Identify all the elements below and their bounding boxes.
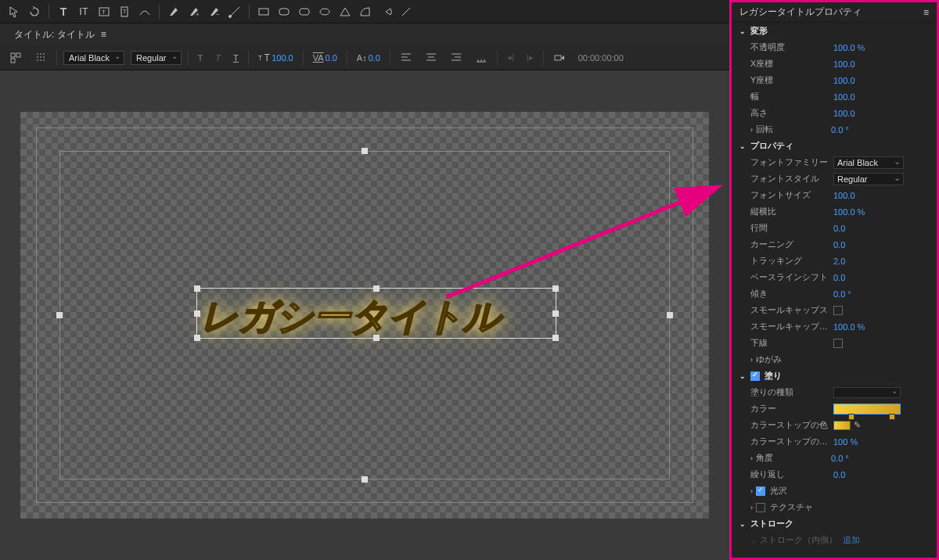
transform-section-header[interactable]: ⌄変形	[732, 23, 937, 39]
color-stop-opacity-value[interactable]: 100 %	[833, 437, 858, 447]
vertical-area-type-tool-icon[interactable]: T	[117, 4, 132, 20]
angle-value[interactable]: 0.0 °	[831, 454, 849, 463]
clipped-rect-tool-icon[interactable]	[297, 4, 312, 20]
italic-icon[interactable]: T	[212, 52, 224, 64]
font-style-label: フォントスタイル	[750, 173, 833, 185]
fill-type-dropdown[interactable]	[833, 387, 901, 398]
text-selection-box[interactable]	[196, 288, 556, 339]
convert-anchor-tool-icon[interactable]	[227, 4, 243, 20]
smallcaps-checkbox[interactable]	[833, 306, 843, 315]
tab-label[interactable]: タイトル: タイトル	[14, 28, 95, 41]
font-size-control[interactable]: TT 100.0	[255, 50, 297, 65]
pen-tool-icon[interactable]	[166, 4, 182, 20]
video-preview-icon[interactable]	[550, 50, 569, 66]
rounded-rect-tool-icon[interactable]	[276, 4, 292, 20]
templates-icon[interactable]	[6, 50, 25, 66]
selection-tool-icon[interactable]	[6, 4, 22, 20]
kerning-control[interactable]: VA 0.0	[310, 52, 340, 64]
resize-handle-ml[interactable]	[194, 311, 200, 317]
wedge-tool-icon[interactable]	[378, 4, 394, 20]
prev-frame-icon[interactable]: ◂|	[504, 51, 517, 64]
svg-point-6	[229, 15, 232, 17]
distort-label[interactable]: ゆがみ	[756, 354, 839, 365]
fill-enable-checkbox[interactable]	[750, 372, 760, 381]
svg-rect-8	[279, 9, 289, 15]
tab-menu-icon[interactable]: ≡	[101, 29, 106, 40]
type-tool-icon[interactable]: T	[56, 4, 71, 20]
timecode-display[interactable]: 00:00:00:00	[575, 52, 627, 64]
properties-section-header[interactable]: ⌄プロパティ	[732, 138, 937, 154]
add-stroke-link[interactable]: 追加	[843, 534, 860, 546]
underline-checkbox[interactable]	[833, 339, 843, 348]
font-family-dropdown[interactable]: Arial Black	[833, 156, 904, 169]
bottom-center-handle[interactable]	[362, 476, 368, 483]
repeat-value[interactable]: 0.0	[833, 470, 845, 479]
sheen-label[interactable]: 光沢	[770, 485, 853, 497]
triangle-tool-icon[interactable]	[337, 4, 353, 20]
font-style-dropdown[interactable]: Regular	[833, 173, 904, 185]
color-stop-swatch[interactable]	[833, 421, 851, 430]
tab-stops-icon[interactable]	[472, 50, 491, 66]
sheen-checkbox[interactable]	[756, 486, 765, 496]
texture-label[interactable]: テクスチャ	[770, 501, 853, 513]
gradient-editor[interactable]	[833, 404, 901, 415]
bold-icon[interactable]: T	[195, 52, 207, 64]
font-style-dropdown[interactable]: Regular	[131, 51, 182, 65]
resize-handle-mr[interactable]	[552, 311, 559, 317]
line-tool-icon[interactable]	[398, 4, 414, 20]
height-label: 高さ	[750, 107, 833, 119]
add-anchor-tool-icon[interactable]: +	[186, 4, 202, 20]
next-frame-icon[interactable]: |▸	[523, 51, 537, 64]
arc-tool-icon[interactable]	[358, 4, 373, 20]
color-stop-label: カラーストップの色	[750, 419, 833, 431]
align-left-icon[interactable]	[397, 50, 416, 66]
svg-point-9	[320, 9, 329, 15]
path-type-tool-icon[interactable]	[137, 4, 153, 20]
right-center-handle[interactable]	[667, 312, 673, 318]
smallcaps-size-value[interactable]: 100.0 %	[833, 322, 865, 332]
rotation-value[interactable]: 0.0 °	[831, 125, 849, 135]
smallcaps-size-label: スモールキャップス...	[750, 321, 833, 332]
font-size-value[interactable]: 100.0	[833, 191, 855, 200]
top-center-handle[interactable]	[362, 148, 368, 154]
align-center-icon[interactable]	[422, 50, 441, 66]
leading-value[interactable]: 0.0	[833, 224, 845, 233]
panel-menu-icon[interactable]: ≡	[923, 7, 929, 18]
rotate-tool-icon[interactable]	[27, 4, 42, 20]
roll-crawl-icon[interactable]	[31, 50, 50, 66]
texture-checkbox[interactable]	[756, 503, 765, 512]
width-value[interactable]: 100.0	[833, 92, 855, 102]
delete-anchor-tool-icon[interactable]: −	[207, 4, 222, 20]
eyedropper-icon[interactable]: ✎	[854, 420, 861, 430]
slant-value[interactable]: 0.0 °	[833, 289, 851, 299]
underline-icon[interactable]: T	[230, 52, 242, 64]
resize-handle-bm[interactable]	[373, 335, 380, 341]
canvas-container[interactable]: レガシータイトル	[20, 112, 709, 519]
x-position-label: X座標	[750, 58, 833, 70]
left-center-handle[interactable]	[56, 312, 63, 318]
baseline-shift-value[interactable]: 0.0	[833, 273, 845, 282]
resize-handle-tl[interactable]	[194, 285, 200, 292]
stroke-section-header[interactable]: ⌄ストローク	[732, 515, 937, 532]
x-position-value[interactable]: 100.0	[833, 59, 855, 69]
rectangle-tool-icon[interactable]	[256, 4, 272, 20]
vertical-type-tool-icon[interactable]: IT	[76, 4, 92, 20]
ellipse-tool-icon[interactable]	[317, 4, 333, 20]
resize-handle-tr[interactable]	[552, 285, 559, 292]
resize-handle-bl[interactable]	[194, 335, 200, 341]
resize-handle-tm[interactable]	[373, 285, 380, 292]
color-stop-opacity-label: カラーストップの不...	[750, 436, 833, 447]
resize-handle-br[interactable]	[552, 335, 559, 341]
font-family-dropdown[interactable]: Arial Black	[63, 51, 124, 65]
aspect-value[interactable]: 100.0 %	[833, 207, 865, 217]
fill-section-header[interactable]: ⌄塗り	[732, 368, 937, 384]
leading-control[interactable]: A↕ 0.0	[354, 52, 383, 64]
opacity-value[interactable]: 100.0 %	[833, 43, 865, 52]
kerning-value[interactable]: 0.0	[833, 240, 845, 249]
area-type-tool-icon[interactable]: T	[96, 4, 112, 20]
tracking-value[interactable]: 2.0	[833, 257, 845, 266]
align-right-icon[interactable]	[447, 50, 466, 66]
y-position-value[interactable]: 100.0	[833, 76, 855, 85]
height-value[interactable]: 100.0	[833, 109, 855, 118]
svg-rect-10	[11, 53, 15, 57]
